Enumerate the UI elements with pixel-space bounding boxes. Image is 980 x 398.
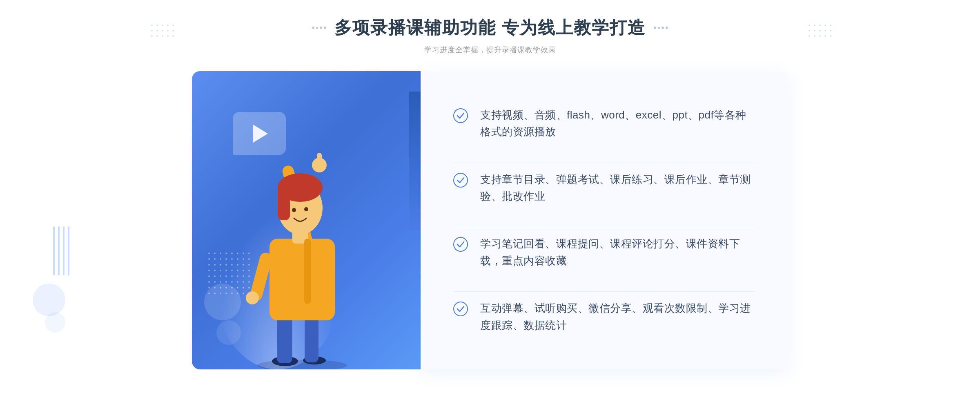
svg-point-19 [454, 173, 468, 187]
feature-text-2: 支持章节目录、弹题考试、课后练习、课后作业、章节测验、批改作业 [480, 171, 755, 205]
page-title: 多项录播课辅助功能 专为线上教学打造 [334, 16, 646, 39]
svg-point-16 [304, 207, 308, 211]
title-row: 多项录播课辅助功能 专为线上教学打造 [0, 16, 980, 39]
svg-rect-17 [304, 239, 311, 304]
svg-rect-8 [317, 153, 322, 170]
illustration-panel [192, 71, 421, 369]
svg-point-20 [454, 237, 468, 251]
header-section: 多项录播课辅助功能 专为线上教学打造 学习进度全掌握，提升录播课教学效果 [0, 16, 980, 55]
page-subtitle: 学习进度全掌握，提升录播课教学效果 [0, 45, 980, 55]
feature-item-4: 互动弹幕、试听购买、微信分享、观看次数限制、学习进度跟踪、数据统计 [453, 291, 755, 342]
main-content: » [192, 71, 788, 369]
feature-text-1: 支持视频、音频、flash、word、excel、ppt、pdf等各种格式的资源… [480, 107, 755, 141]
feature-item-1: 支持视频、音频、flash、word、excel、ppt、pdf等各种格式的资源… [453, 98, 755, 149]
check-icon-1 [453, 108, 468, 123]
feature-item-2: 支持章节目录、弹题考试、课后练习、课后作业、章节测验、批改作业 [453, 163, 755, 213]
check-icon-4 [453, 302, 468, 316]
feature-text-4: 互动弹幕、试听购买、微信分享、观看次数限制、学习进度跟踪、数据统计 [480, 300, 755, 334]
svg-point-15 [292, 208, 296, 212]
svg-point-18 [454, 109, 468, 123]
svg-point-10 [246, 291, 259, 304]
stripe-decoration [53, 226, 78, 275]
check-icon-3 [453, 237, 468, 252]
svg-rect-14 [278, 188, 290, 220]
svg-point-21 [454, 302, 468, 316]
title-deco-right [654, 27, 668, 29]
person-illustration [225, 116, 380, 369]
feature-item-3: 学习笔记回看、课程提问、课程评论打分、课件资料下载，重点内容收藏 [453, 227, 755, 277]
svg-point-0 [257, 360, 347, 369]
page-container: 多项录播课辅助功能 专为线上教学打造 学习进度全掌握，提升录播课教学效果 » [0, 0, 980, 398]
content-panel: 支持视频、音频、flash、word、excel、ppt、pdf等各种格式的资源… [421, 71, 788, 369]
feature-text-3: 学习笔记回看、课程提问、课程评论打分、课件资料下载，重点内容收藏 [480, 235, 755, 269]
title-deco-left [312, 27, 326, 29]
check-icon-2 [453, 173, 468, 188]
blue-accent-bar [409, 92, 421, 230]
svg-rect-5 [270, 239, 335, 320]
deco-circle-large [33, 284, 65, 316]
deco-circle-small [45, 312, 65, 333]
